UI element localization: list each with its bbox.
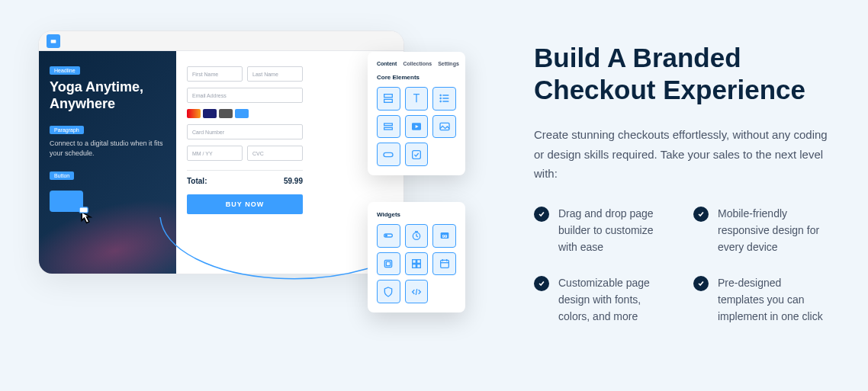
- button-element-preview[interactable]: [50, 191, 83, 212]
- svg-rect-8: [384, 127, 393, 130]
- first-name-input[interactable]: First Name: [187, 66, 243, 82]
- device-header: [39, 31, 403, 51]
- svg-point-4: [439, 95, 441, 96]
- hero-title: Yoga Anytime, Anywhere: [50, 79, 166, 112]
- feature-item: Pre-designed templates you can implement…: [693, 274, 830, 325]
- visa-icon: [203, 109, 217, 118]
- feature-text: Pre-designed templates you can implement…: [718, 274, 830, 325]
- widgets-panel: Widgets 99: [368, 202, 465, 312]
- widget-grid-icon[interactable]: [405, 252, 429, 276]
- mastercard-icon: [187, 109, 201, 118]
- svg-rect-3: [384, 100, 393, 103]
- check-icon: [534, 207, 549, 222]
- amex-icon: [219, 109, 233, 118]
- feature-text: Drag and drop page builder to customize …: [558, 205, 670, 256]
- expiry-input[interactable]: MM / YY: [187, 146, 243, 161]
- element-section-icon[interactable]: [377, 87, 400, 111]
- svg-point-5: [439, 98, 441, 99]
- core-elements-label: Core Elements: [377, 74, 456, 81]
- svg-text:99: 99: [442, 234, 447, 239]
- svg-rect-24: [440, 260, 448, 268]
- check-icon: [693, 276, 709, 291]
- svg-rect-23: [417, 264, 421, 268]
- features-grid: Drag and drop page builder to customize …: [534, 205, 830, 325]
- total-label: Total:: [187, 177, 207, 185]
- cvc-input[interactable]: CVC: [247, 146, 303, 161]
- page-heading: Build A Branded Checkout Experience: [534, 42, 830, 106]
- svg-rect-2: [384, 95, 393, 98]
- elements-panel: Content Collections Settings Core Elemen…: [368, 52, 465, 175]
- device-body: Headline Yoga Anytime, Anywhere Paragrap…: [39, 51, 403, 274]
- element-image-icon[interactable]: [432, 115, 456, 139]
- last-name-input[interactable]: Last Name: [247, 66, 303, 82]
- feature-text: Customizable page design with fonts, col…: [558, 274, 670, 325]
- widget-cart-icon[interactable]: [377, 252, 400, 276]
- element-video-icon[interactable]: [405, 115, 429, 139]
- paypal-icon: [235, 109, 249, 118]
- feature-item: Drag and drop page builder to customize …: [534, 205, 670, 256]
- widget-shield-icon[interactable]: [377, 280, 400, 303]
- svg-rect-11: [384, 152, 393, 156]
- paragraph-tag: Paragraph: [50, 126, 84, 134]
- feature-item: Mobile-friendly responsive design for ev…: [693, 205, 830, 256]
- feature-item: Customizable page design with fonts, col…: [534, 274, 670, 325]
- element-button-icon[interactable]: [377, 143, 400, 166]
- element-check-icon[interactable]: [405, 143, 429, 166]
- checkout-form-panel: First Name Last Name Email Address Card …: [176, 51, 313, 274]
- device-frame: Headline Yoga Anytime, Anywhere Paragrap…: [38, 30, 404, 274]
- widgets-label: Widgets: [377, 211, 456, 218]
- element-text-icon[interactable]: [405, 87, 429, 111]
- feature-text: Mobile-friendly responsive design for ev…: [718, 205, 830, 256]
- check-icon: [534, 276, 549, 291]
- card-number-input[interactable]: Card Number: [187, 124, 303, 139]
- svg-rect-21: [417, 260, 421, 264]
- tab-settings[interactable]: Settings: [438, 61, 459, 66]
- cursor-hand-icon: [71, 201, 100, 230]
- svg-rect-22: [413, 264, 416, 268]
- email-input[interactable]: Email Address: [187, 88, 303, 103]
- svg-rect-7: [384, 123, 393, 126]
- element-list-icon[interactable]: [432, 87, 456, 111]
- tab-collections[interactable]: Collections: [403, 61, 432, 66]
- widget-toggle-icon[interactable]: [377, 224, 400, 248]
- page-description: Create stunning checkouts effortlessly, …: [534, 125, 830, 184]
- svg-rect-20: [413, 260, 416, 264]
- svg-rect-19: [387, 261, 391, 265]
- hero-subtitle: Connect to a digital studio when it fits…: [50, 139, 166, 158]
- widget-code-icon[interactable]: [405, 280, 429, 303]
- svg-point-6: [439, 101, 441, 102]
- editor-mockup-container: Headline Yoga Anytime, Anywhere Paragrap…: [38, 30, 458, 361]
- svg-rect-1: [79, 207, 88, 213]
- headline-tag: Headline: [50, 66, 80, 75]
- hero-preview-panel: Headline Yoga Anytime, Anywhere Paragrap…: [39, 51, 176, 274]
- svg-rect-12: [413, 150, 421, 159]
- widget-calendar-icon[interactable]: [432, 252, 456, 276]
- button-tag: Button: [50, 171, 74, 180]
- check-icon: [693, 207, 709, 222]
- widget-counter-icon[interactable]: 99: [432, 224, 456, 248]
- total-value: 59.99: [284, 177, 303, 185]
- marketing-copy-section: Build A Branded Checkout Experience Crea…: [458, 30, 830, 361]
- payment-method-icons: [187, 109, 303, 118]
- widget-timer-icon[interactable]: [405, 224, 429, 248]
- svg-point-14: [385, 235, 387, 237]
- tab-content[interactable]: Content: [377, 61, 397, 66]
- svg-rect-0: [51, 40, 56, 43]
- buy-now-button[interactable]: BUY NOW: [187, 194, 303, 214]
- editor-tabs: Content Collections Settings: [377, 61, 456, 66]
- total-row: Total: 59.99: [187, 170, 303, 185]
- element-form-icon[interactable]: [377, 115, 400, 139]
- app-logo-icon: [47, 34, 60, 48]
